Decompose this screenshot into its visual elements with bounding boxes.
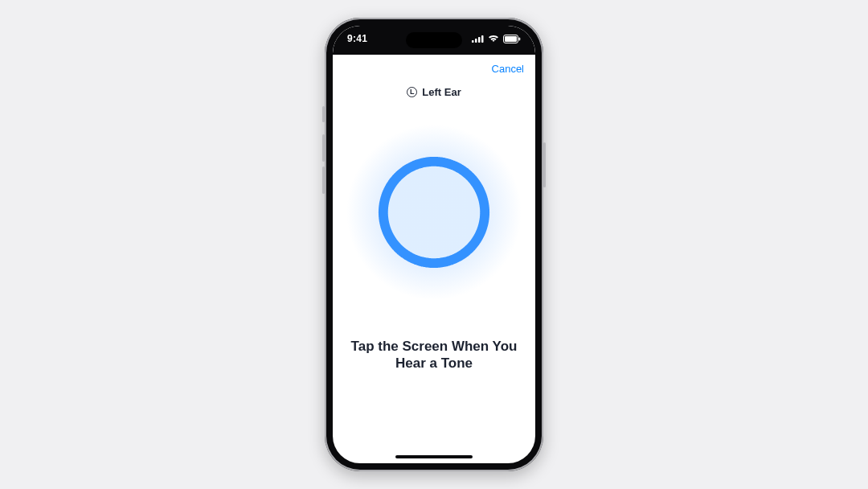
ring-ticks-icon: [375, 153, 493, 272]
status-time: 9:41: [347, 33, 367, 44]
side-button: [543, 142, 546, 187]
svg-rect-0: [472, 40, 474, 43]
dynamic-island: [406, 32, 462, 48]
ear-label-row: L Left Ear: [333, 86, 535, 98]
left-ear-icon: L: [407, 87, 417, 97]
svg-rect-2: [478, 37, 481, 43]
volume-down-button: [322, 166, 325, 194]
svg-rect-5: [505, 36, 517, 42]
instruction-line-2: Hear a Tone: [395, 355, 473, 371]
svg-rect-1: [475, 39, 477, 43]
status-indicators: [472, 35, 521, 43]
volume-up-button: [322, 134, 325, 162]
svg-rect-6: [519, 37, 521, 40]
instruction-text: Tap the Screen When You Hear a Tone: [333, 338, 535, 372]
cancel-button[interactable]: Cancel: [492, 63, 524, 75]
ear-label: Left Ear: [422, 86, 461, 98]
battery-icon: [503, 35, 521, 43]
instruction-line-1: Tap the Screen When You: [351, 339, 518, 354]
svg-rect-3: [481, 35, 484, 43]
wifi-icon: [488, 35, 499, 43]
mute-switch: [322, 106, 325, 122]
app-content[interactable]: Cancel L Left Ear Tap the Screen When Yo…: [333, 55, 535, 463]
phone-screen[interactable]: 9:41: [333, 26, 535, 463]
phone-frame: 9:41: [325, 18, 543, 471]
tone-indicator[interactable]: [333, 116, 535, 309]
nav-row: Cancel: [333, 55, 535, 75]
svg-point-7: [383, 162, 485, 263]
home-indicator: [395, 455, 473, 458]
cellular-signal-icon: [472, 35, 484, 43]
stage: 9:41: [0, 0, 868, 489]
